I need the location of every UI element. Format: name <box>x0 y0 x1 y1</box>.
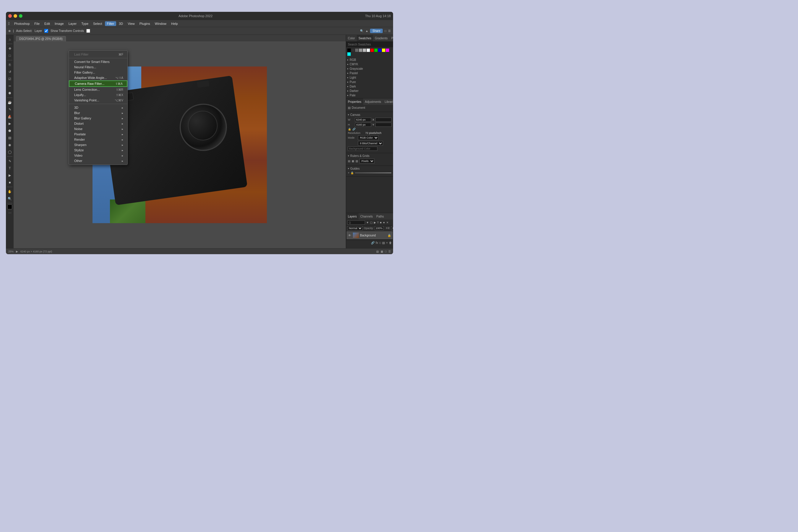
fill-input[interactable] <box>391 226 393 230</box>
transform-checkbox[interactable] <box>86 29 90 33</box>
menu-window[interactable]: Window <box>153 21 169 26</box>
blend-mode-dropdown[interactable]: Normal <box>347 226 363 230</box>
swatch-red[interactable] <box>370 49 374 52</box>
marquee-tool[interactable]: ⎘ <box>6 61 13 68</box>
tab-paths[interactable]: Paths <box>375 213 386 220</box>
menu-layer[interactable]: Layer <box>66 21 79 26</box>
more-tools[interactable]: ⋯ <box>6 210 13 216</box>
snap-status-icon[interactable]: ▦ <box>381 250 383 253</box>
object-select-tool[interactable]: ☑ <box>6 76 13 82</box>
rulers-header[interactable]: ▾ Rulers & Grids <box>348 154 391 157</box>
canvas-x-input[interactable] <box>375 118 392 122</box>
arrange-icon[interactable]: □ <box>384 29 386 33</box>
swatch-yellow[interactable] <box>382 49 385 52</box>
group-pale[interactable]: ▸ Pale <box>347 93 392 97</box>
pen-tool[interactable]: ✎ <box>6 158 13 164</box>
menu-item-last-filter[interactable]: Last Filter ⌘F <box>69 52 127 57</box>
add-style-icon[interactable]: fx <box>376 241 378 244</box>
layers-search-input[interactable] <box>347 221 365 225</box>
menu-item-noise[interactable]: Noise ▸ <box>69 126 127 132</box>
menu-plugins[interactable]: Plugins <box>137 21 152 26</box>
new-layer-icon[interactable]: + <box>386 241 388 244</box>
menu-item-distort[interactable]: Distort ▸ <box>69 121 127 126</box>
menu-3d[interactable]: 3D <box>117 21 125 26</box>
group-rgb[interactable]: ▸ RGB <box>347 58 392 62</box>
bit-depth-dropdown[interactable]: 8 Bits/Channel <box>358 141 383 146</box>
canvas-y-input[interactable] <box>375 123 392 127</box>
layer-item-background[interactable]: 👁 Background 🔒 <box>347 231 393 239</box>
swatch-magenta[interactable] <box>386 49 389 52</box>
swatch-cyan[interactable] <box>347 52 351 56</box>
menu-help[interactable]: Help <box>169 21 180 26</box>
filter-dropdown-menu[interactable]: Last Filter ⌘F Convert for Smart Filters… <box>69 50 128 165</box>
link-layers-icon[interactable]: 🔗 <box>371 241 375 244</box>
crop-tool[interactable]: ✂ <box>6 83 13 89</box>
eyedropper-tool[interactable]: ⚉ <box>6 90 13 96</box>
group-darker[interactable]: ▸ Darker <box>347 89 392 93</box>
group-cmyk[interactable]: ▸ CMYK <box>347 62 392 66</box>
guides-add-icon[interactable]: + <box>348 171 349 174</box>
menu-item-video[interactable]: Video ▸ <box>69 153 127 158</box>
menu-photoshop[interactable]: Photoshop <box>12 21 32 26</box>
opacity-input[interactable] <box>375 226 384 230</box>
group-light[interactable]: ▸ Light <box>347 75 392 80</box>
grid-status-icon[interactable]: ▤ <box>376 250 379 253</box>
tab-properties[interactable]: Properties <box>346 98 363 105</box>
new-group-icon[interactable]: ▤ <box>382 241 385 244</box>
menu-item-other[interactable]: Other ▸ <box>69 158 127 164</box>
close-button[interactable] <box>8 14 12 18</box>
filter-shape-icon[interactable]: ■ <box>380 221 381 224</box>
mode-dropdown[interactable]: RGB Color <box>358 135 379 140</box>
maximize-button[interactable] <box>19 14 22 18</box>
type-tool[interactable]: T <box>6 165 13 171</box>
filter-off-icon[interactable]: ✕ <box>386 221 389 224</box>
canvas-tab-main[interactable]: DSCF0494.JPG @ 25% (RGB/8) <box>16 36 66 41</box>
home-tool[interactable]: ⌂ <box>6 36 13 42</box>
menu-item-vanishing-point[interactable]: Vanishing Point... ⌥⌘V <box>69 97 127 103</box>
shape-tool[interactable]: ■ <box>6 179 13 186</box>
swatch-black[interactable] <box>347 49 351 52</box>
menu-item-3d[interactable]: 3D ▸ <box>69 105 127 110</box>
tab-gradients[interactable]: Gradients <box>373 35 389 41</box>
color-profile-input[interactable] <box>348 147 377 151</box>
swatch-blue[interactable] <box>378 49 382 52</box>
units-dropdown[interactable]: Pixels <box>359 159 375 164</box>
lasso-tool[interactable]: ↺ <box>6 69 13 75</box>
eraser-tool[interactable]: ⬟ <box>6 127 13 134</box>
menu-type[interactable]: Type <box>79 21 91 26</box>
auto-select-checkbox[interactable] <box>44 29 48 33</box>
filter-type-icon[interactable]: T <box>377 221 379 224</box>
menu-image[interactable]: Image <box>53 21 66 26</box>
filter-pixel-icon[interactable]: ▢ <box>370 221 373 224</box>
swatch-green[interactable] <box>374 49 378 52</box>
menu-edit[interactable]: Edit <box>42 21 52 26</box>
filter-kind-icon[interactable]: ▼ <box>366 221 369 224</box>
menu-item-blur[interactable]: Blur ▸ <box>69 110 127 116</box>
tab-channels[interactable]: Channels <box>359 213 375 220</box>
dodge-tool[interactable]: ◯ <box>6 149 13 155</box>
tab-libraries[interactable]: Libraries <box>383 98 393 105</box>
canvas-header[interactable]: ▾ Canvas <box>348 113 391 116</box>
menu-file[interactable]: File <box>32 21 42 26</box>
arrange-status-icon[interactable]: □ <box>385 250 386 253</box>
menu-item-camera-raw[interactable]: Camera Raw Filter... ⇧⌘A <box>69 80 127 87</box>
zoom-tool[interactable]: 🔍 <box>6 195 13 202</box>
swatches-search-input[interactable] <box>346 41 393 47</box>
foreground-color[interactable] <box>7 205 12 209</box>
stamp-tool[interactable]: ⛵ <box>6 113 13 120</box>
menu-item-sharpen[interactable]: Sharpen ▸ <box>69 142 127 148</box>
heal-tool[interactable]: ☕ <box>6 99 13 106</box>
menu-item-pixelate[interactable]: Pixelate ▸ <box>69 132 127 137</box>
path-tool[interactable]: ▶ <box>6 172 13 178</box>
delete-layer-icon[interactable]: 🗑 <box>389 241 392 244</box>
menu-item-convert-smart[interactable]: Convert for Smart Filters <box>69 59 127 64</box>
canvas-height-input[interactable] <box>355 123 371 127</box>
canvas-width-input[interactable] <box>355 118 371 122</box>
move-tool[interactable]: ✥ <box>6 45 13 52</box>
swatch-light-gray[interactable] <box>363 49 366 52</box>
gradient-tool[interactable]: ▤ <box>6 134 13 141</box>
history-tool[interactable]: ▶ <box>6 120 13 127</box>
swatch-dark-gray[interactable] <box>351 49 355 52</box>
apple-logo-icon[interactable]:  <box>8 21 10 26</box>
menu-filter[interactable]: Filter <box>105 21 116 26</box>
